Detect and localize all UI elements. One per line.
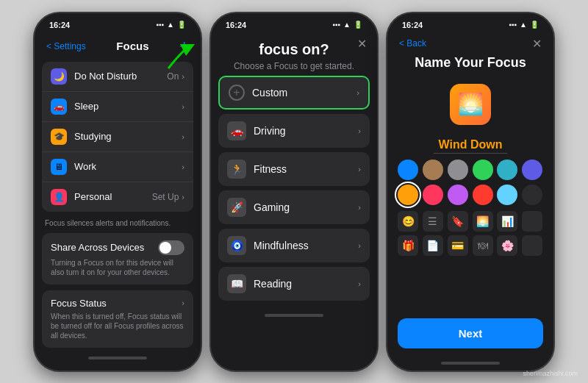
close-btn[interactable]: ✕: [357, 37, 367, 51]
list-item-work[interactable]: 🖥 Work ›: [42, 152, 193, 182]
color-purple[interactable]: [448, 185, 468, 205]
p3-wifi-icon: ▲: [520, 21, 527, 29]
studying-chevron: ›: [182, 132, 184, 141]
custom-label: Custom: [252, 87, 356, 99]
custom-add-icon: +: [229, 85, 245, 101]
focus-item-reading[interactable]: 📖 Reading ›: [218, 267, 370, 301]
color-grid-2: [398, 185, 543, 205]
color-gray[interactable]: [448, 160, 468, 180]
p2-signal-icon: ▪▪▪: [332, 21, 340, 29]
icon-list[interactable]: ☰: [423, 211, 443, 232]
p3-home-bar: [387, 356, 553, 371]
icon-card[interactable]: 💳: [448, 235, 468, 256]
focus-on-subtitle: Choose a Focus to get started.: [218, 61, 370, 71]
icon-bookmark[interactable]: 🔖: [448, 211, 468, 232]
personal-label: Personal: [74, 191, 152, 202]
focus-list-group: 🌙 Do Not Disturb On › 🚗 Sleep › 🎓 Studyi…: [42, 62, 193, 212]
icon-flower[interactable]: 🌸: [497, 235, 517, 256]
phone3-status-bar: 16:24 ▪▪▪ ▲ 🔋: [387, 13, 553, 34]
icon-fork[interactable]: 🍽: [473, 235, 493, 256]
gaming-chevron: ›: [358, 203, 361, 212]
personal-chevron: ›: [182, 193, 184, 201]
phone1-title: Focus: [116, 40, 148, 52]
color-tan[interactable]: [423, 160, 443, 180]
list-item-sleep[interactable]: 🚗 Sleep ›: [42, 92, 193, 122]
focus-list: + Custom › 🚗 Driving › 🏃 Fitness ›: [218, 76, 370, 301]
wind-down-name: Wind Down: [398, 138, 543, 154]
focus-item-gaming[interactable]: 🚀 Gaming ›: [218, 190, 370, 224]
mindfulness-icon: 🧿: [227, 236, 246, 255]
phone3-time: 16:24: [402, 21, 423, 29]
focus-item-fitness[interactable]: 🏃 Fitness ›: [218, 152, 370, 186]
list-item-studying[interactable]: 🎓 Studying ›: [42, 122, 193, 152]
dnd-icon: 🌙: [51, 68, 67, 85]
phone1-back-btn[interactable]: < Settings: [46, 41, 86, 51]
focus-on-title: focus on?: [218, 41, 370, 58]
share-row: Share Across Devices: [51, 240, 184, 255]
focus-status-row: Focus Status ›: [51, 298, 184, 309]
icon-doc[interactable]: 📄: [423, 235, 443, 256]
phone1-status-bar: 16:24 ▪▪▪ ▲ 🔋: [35, 13, 201, 34]
color-red[interactable]: [423, 185, 443, 205]
phone3-content: Name Your Focus 🌅 Wind Down: [387, 54, 553, 356]
phone3-close-btn[interactable]: ✕: [532, 37, 542, 51]
focus-status-group: Focus Status › When this is turned off, …: [42, 290, 193, 348]
icon-empty2: [522, 235, 542, 256]
color-indigo[interactable]: [522, 160, 542, 180]
icon-gift[interactable]: 🎁: [398, 235, 418, 256]
work-icon: 🖥: [51, 159, 67, 175]
focus-item-driving[interactable]: 🚗 Driving ›: [218, 114, 370, 148]
focus-item-mindfulness[interactable]: 🧿 Mindfulness ›: [218, 229, 370, 262]
color-blue[interactable]: [398, 160, 418, 180]
phone1: 16:24 ▪▪▪ ▲ 🔋 < Settings Focus +: [33, 12, 202, 372]
color-green[interactable]: [473, 160, 493, 180]
p3-battery-icon: 🔋: [530, 21, 539, 29]
focus-name-display[interactable]: Wind Down: [434, 138, 507, 154]
custom-chevron: ›: [356, 88, 359, 97]
dnd-label: Do Not Disturb: [74, 71, 167, 82]
battery-icon: 🔋: [177, 21, 186, 29]
color-orange[interactable]: [398, 185, 418, 205]
icon-grid-2: 🎁 📄 💳 🍽 🌸: [398, 235, 543, 256]
home-bar: [35, 351, 201, 365]
icon-chart[interactable]: 📊: [497, 211, 517, 232]
share-toggle[interactable]: [158, 240, 184, 255]
name-title: Name Your Focus: [398, 55, 543, 71]
phone3: 16:24 ▪▪▪ ▲ 🔋 < Back ✕ Name Your Focus 🌅…: [386, 12, 555, 372]
sleep-label: Sleep: [74, 101, 182, 112]
focus-header: focus on? Choose a Focus to get started.: [218, 34, 370, 76]
studying-label: Studying: [74, 131, 182, 142]
share-desc: Turning a Focus on for this device will …: [51, 258, 184, 277]
phone2-time: 16:24: [226, 21, 246, 29]
color-teal[interactable]: [497, 160, 517, 180]
fitness-chevron: ›: [358, 165, 361, 173]
green-arrow: [161, 35, 198, 75]
list-item-personal[interactable]: 👤 Personal Set Up ›: [42, 182, 193, 212]
color-dark[interactable]: [522, 185, 542, 205]
icon-smile[interactable]: 😊: [398, 211, 418, 232]
phone3-back-btn[interactable]: < Back: [399, 38, 426, 49]
icon-empty1: [522, 211, 542, 232]
screenshot-container: 16:24 ▪▪▪ ▲ 🔋 < Settings Focus +: [0, 0, 588, 383]
icon-sunrise[interactable]: 🌅: [473, 211, 493, 232]
p2-home-bar: [211, 308, 377, 323]
phone3-status-icons: ▪▪▪ ▲ 🔋: [509, 21, 539, 29]
focus-item-custom[interactable]: + Custom ›: [218, 76, 370, 110]
fitness-icon: 🏃: [227, 160, 246, 179]
color-lightblue[interactable]: [497, 185, 517, 205]
share-item[interactable]: Share Across Devices Turning a Focus on …: [42, 233, 193, 284]
p2-wifi-icon: ▲: [343, 21, 351, 29]
phone2-status-icons: ▪▪▪ ▲ 🔋: [332, 21, 362, 29]
gaming-icon: 🚀: [227, 198, 246, 217]
reading-label: Reading: [254, 278, 358, 290]
mindfulness-chevron: ›: [358, 241, 361, 250]
next-button[interactable]: Next: [398, 318, 543, 348]
gaming-label: Gaming: [254, 201, 358, 213]
personal-value: Set Up: [152, 192, 179, 202]
focus-status-item[interactable]: Focus Status › When this is turned off, …: [42, 290, 193, 348]
home-indicator: [88, 357, 147, 359]
p3-signal-icon: ▪▪▪: [509, 21, 517, 29]
phone3-nav: < Back ✕: [387, 34, 553, 54]
color-crimson[interactable]: [473, 185, 493, 205]
phone1-status-icons: ▪▪▪ ▲ 🔋: [156, 21, 186, 29]
